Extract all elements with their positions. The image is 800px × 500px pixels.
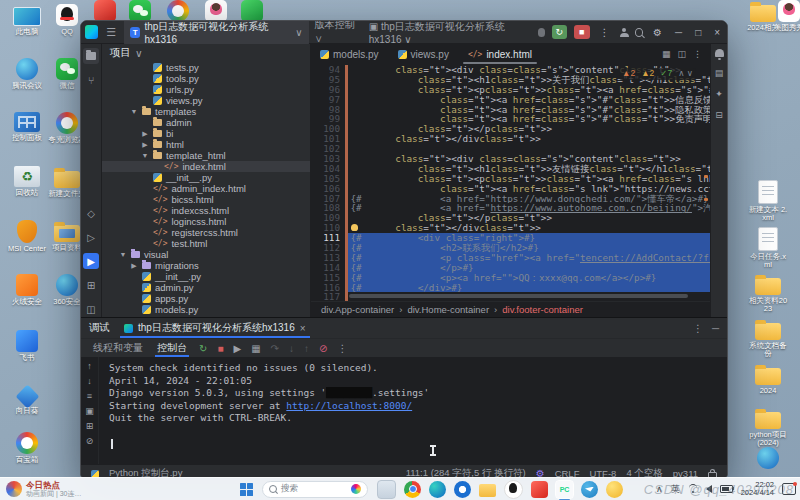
project-switcher[interactable]: T thp日志数据可视化分析系统hx1316 ∨ bbox=[124, 20, 308, 47]
desktop-icon-腾讯会议[interactable]: 腾讯会议 bbox=[7, 58, 47, 90]
vcs-widget[interactable]: 版本控制 ∨ bbox=[315, 20, 363, 46]
desktop-icon-向日葵[interactable]: 向日葵 bbox=[7, 385, 47, 415]
hide-panel-icon[interactable]: ─ bbox=[712, 323, 719, 334]
desktop-icon-python项目(2024)[interactable]: python项目(2024) bbox=[748, 407, 788, 447]
tree-item-indexcss.html[interactable]: </>indexcss.html bbox=[102, 205, 310, 216]
breadcrumb-item[interactable]: div.Home-container bbox=[407, 304, 489, 315]
editor-line-96[interactable]: 96 class="t"><pclass="t">>class="t"><a h… bbox=[311, 85, 710, 95]
tree-item-admin_index.html[interactable]: </>admin_index.html bbox=[102, 183, 310, 194]
desktop-icon-今日任务.xml[interactable]: 今日任务.xml bbox=[748, 227, 788, 269]
close-tab-icon[interactable]: × bbox=[300, 323, 306, 334]
tab-threads-variables[interactable]: 线程和变量 bbox=[91, 339, 145, 357]
input-language[interactable]: 英 bbox=[671, 483, 680, 496]
tree-item-views.py[interactable]: views.py bbox=[102, 95, 310, 106]
structure-tool-icon[interactable]: ◇ bbox=[83, 205, 99, 221]
editor-line-116[interactable]: 116{# </div>#} bbox=[311, 283, 710, 293]
editor-line-105[interactable]: 105 class="t"><pclass="t">>class="t"><a … bbox=[311, 174, 710, 184]
desktop-icon-控制面板[interactable]: 控制面板 bbox=[7, 112, 47, 142]
inspections-widget[interactable]: ▲2 ▲2 ✓7 ∧ ∨ bbox=[619, 68, 696, 80]
expand-arrow-icon[interactable]: ▼ bbox=[141, 152, 149, 159]
taskbar-app-chrome[interactable] bbox=[404, 481, 421, 498]
debug-session-tab[interactable]: thp日志数据可视化分析系统hx1316 × bbox=[120, 318, 310, 338]
hidden-icons-chevron[interactable]: ∧ bbox=[656, 484, 663, 494]
horizontal-scrollbar[interactable] bbox=[349, 294, 688, 298]
desktop-icon-pinkapp[interactable] bbox=[196, 0, 236, 22]
wifi-icon[interactable] bbox=[688, 485, 698, 493]
tree-item-__init__.py[interactable]: __init__.py bbox=[102, 172, 310, 183]
intention-bulb-icon[interactable] bbox=[351, 224, 358, 231]
scroll-to-end-icon[interactable]: ▣ bbox=[85, 406, 94, 416]
tree-item-admin.py[interactable]: admin.py bbox=[102, 282, 310, 293]
prev-next-icons[interactable]: ∧ ∨ bbox=[678, 69, 693, 79]
stop-button[interactable]: ■ bbox=[574, 25, 589, 39]
minimize-button[interactable]: ─ bbox=[672, 27, 685, 38]
tree-item-test.html[interactable]: </>test.html bbox=[102, 238, 310, 249]
desktop-icon-wechat[interactable] bbox=[120, 0, 160, 22]
editor-line-111[interactable]: 111{# <div class="right">#} bbox=[311, 233, 710, 243]
database-tool-icon[interactable]: ▤ bbox=[715, 68, 724, 78]
up-stack-icon[interactable]: ↑ bbox=[87, 361, 92, 371]
desktop-icon-circleblue[interactable] bbox=[748, 447, 788, 469]
gradle-tool-icon[interactable]: ⊟ bbox=[715, 110, 723, 120]
print-icon[interactable]: ⊞ bbox=[86, 421, 94, 431]
run-tool-icon[interactable]: ▷ bbox=[83, 229, 99, 245]
debug-button[interactable] bbox=[538, 28, 544, 37]
close-button[interactable]: × bbox=[711, 27, 723, 38]
editor-line-114[interactable]: 114{# </p>#} bbox=[311, 263, 710, 273]
project-tool-icon[interactable] bbox=[83, 48, 99, 64]
main-menu-icon[interactable]: ☰ bbox=[104, 26, 118, 39]
editor-line-107[interactable]: 107{# <a href="https://www.dongchedi.com… bbox=[311, 194, 710, 204]
notifications-bell-icon[interactable] bbox=[715, 49, 724, 57]
editor-tab-index.html[interactable]: </>index.html bbox=[459, 44, 542, 64]
tab-console[interactable]: 控制台 bbox=[155, 339, 189, 357]
more-tabs-icon[interactable]: ⋮ bbox=[693, 49, 702, 59]
rerun-button[interactable]: ↻ bbox=[552, 25, 567, 39]
tree-item-apps.py[interactable]: apps.py bbox=[102, 293, 310, 304]
editor-line-102[interactable]: 102 bbox=[311, 144, 710, 154]
taskbar-clock[interactable]: 22:02 2024/4/14 bbox=[741, 481, 774, 497]
editor-line-97[interactable]: 97 class="t"><a href=class="s">"#"class=… bbox=[311, 95, 710, 105]
tree-item-models.py[interactable]: models.py bbox=[102, 304, 310, 315]
commit-tool-icon[interactable]: ⑂ bbox=[83, 72, 99, 88]
taskbar-app-edge[interactable] bbox=[429, 481, 446, 498]
more-icon[interactable]: ⋮ bbox=[337, 343, 347, 354]
tree-item-template_html[interactable]: ▼template_html bbox=[102, 150, 310, 161]
desktop-icon-飞书[interactable]: 飞书 bbox=[7, 330, 47, 362]
split-editor-icon[interactable]: ◫ bbox=[677, 49, 686, 59]
debug-tool-icon[interactable]: ▶ bbox=[83, 253, 99, 269]
desktop-icon-redapp[interactable] bbox=[85, 0, 125, 22]
tree-item-tests.py[interactable]: tests.py bbox=[102, 62, 310, 73]
editor-line-113[interactable]: 113{# <p class="href"><a href="tencent:/… bbox=[311, 253, 710, 263]
editor-line-104[interactable]: 104 class="t"><h1class="t">>友情链接class="t… bbox=[311, 164, 710, 174]
desktop-icon-colorful[interactable] bbox=[158, 0, 198, 22]
tree-item-logincss.html[interactable]: </>logincss.html bbox=[102, 216, 310, 227]
expand-arrow-icon[interactable]: ▼ bbox=[130, 108, 138, 115]
desktop-icon-美图秀秀[interactable]: 美图秀秀 bbox=[769, 0, 800, 32]
editor-line-99[interactable]: 99 class="t"><a href=class="s">"#"class=… bbox=[311, 114, 710, 124]
taskbar-app-pycharm[interactable] bbox=[556, 481, 573, 498]
tree-item-index.html[interactable]: </>index.html bbox=[102, 161, 310, 172]
editor-line-115[interactable]: 115{# <p><a href="">QQ：xxxx@qq.com</a></… bbox=[311, 273, 710, 283]
tree-item-registercss.html[interactable]: </>registercss.html bbox=[102, 227, 310, 238]
settings-gear-icon[interactable]: ⚙ bbox=[650, 27, 665, 38]
tree-item-bi[interactable]: ▶bi bbox=[102, 128, 310, 139]
editor-line-98[interactable]: 98 class="t"><a href=class="s">"#"class=… bbox=[311, 105, 710, 115]
editor-line-106[interactable]: 106 class="t"><a href=class="s lnk">"htt… bbox=[311, 184, 710, 194]
expand-arrow-icon[interactable]: ▶ bbox=[141, 130, 149, 138]
expand-arrow-icon[interactable]: ▶ bbox=[130, 262, 138, 270]
desktop-icon-系统文档备份[interactable]: 系统文档备份 bbox=[748, 318, 788, 358]
notification-center-icon[interactable] bbox=[782, 483, 796, 495]
mute-breakpoints-icon[interactable]: ⊘ bbox=[319, 343, 327, 354]
expand-arrow-icon[interactable]: ▶ bbox=[141, 141, 149, 149]
desktop-icon-MSI Center[interactable]: MSI Center bbox=[7, 220, 47, 253]
editor-tab-models.py[interactable]: models.py bbox=[311, 44, 389, 64]
profile-icon[interactable] bbox=[620, 28, 628, 37]
clear-console-icon[interactable]: ⊘ bbox=[86, 436, 94, 446]
step-out-icon[interactable]: ↑ bbox=[304, 343, 309, 354]
taskbar-app-qq[interactable] bbox=[504, 480, 523, 499]
taskbar-app-red[interactable] bbox=[531, 481, 548, 498]
down-stack-icon[interactable]: ↓ bbox=[87, 376, 92, 386]
desktop-icon-此电脑[interactable]: 此电脑 bbox=[7, 4, 47, 36]
ai-assistant-icon[interactable]: ✦ bbox=[715, 89, 723, 99]
search-everywhere-icon[interactable] bbox=[635, 28, 643, 37]
